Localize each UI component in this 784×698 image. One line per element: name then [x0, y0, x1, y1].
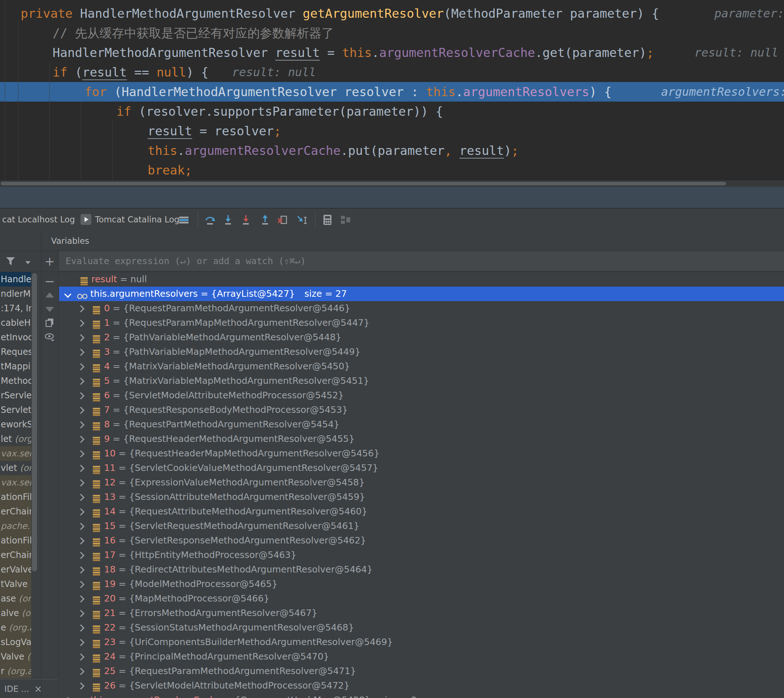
- frame-row[interactable]: tMappi: [0, 359, 31, 374]
- variable-row-list-item[interactable]: 9 = {RequestHeaderMethodArgumentResolver…: [59, 432, 784, 446]
- remove-watch-button[interactable]: −: [41, 274, 58, 289]
- frame-row[interactable]: ase (org: [0, 591, 31, 606]
- tab-variables[interactable]: Variables: [51, 231, 89, 251]
- variable-row-list-item[interactable]: 13 = {SessionAttributeMethodArgumentReso…: [59, 490, 784, 504]
- variable-row-list-item[interactable]: 17 = {HttpEntityMethodProcessor@5463}: [59, 548, 784, 562]
- variable-row-list-item[interactable]: 26 = {ServletModelAttributeMethodProcess…: [59, 678, 784, 693]
- variable-row-list-item[interactable]: 24 = {PrincipalMethodArgumentResolver@54…: [59, 649, 784, 664]
- frame-row[interactable]: eworkS: [0, 417, 31, 432]
- variable-row-list-item[interactable]: 2 = {PathVariableMethodArgumentResolver@…: [59, 330, 784, 345]
- frame-row[interactable]: Reques: [0, 345, 31, 359]
- chevron-right-icon[interactable]: [77, 334, 84, 342]
- menu-icon[interactable]: [178, 214, 190, 226]
- step-into-button[interactable]: [222, 214, 234, 226]
- chevron-right-icon[interactable]: [77, 305, 84, 312]
- editor-horizontal-scrollbar-thumb[interactable]: [1, 182, 726, 185]
- variable-row-list-item[interactable]: 0 = {RequestParamMethodArgumentResolver@…: [59, 301, 784, 316]
- variable-row-list-item[interactable]: 6 = {ServletModelAttributeMethodProcesso…: [59, 388, 784, 403]
- frame-row[interactable]: vax.ser: [0, 446, 31, 461]
- variable-row-list-item[interactable]: 5 = {MatrixVariableMapMethodArgumentReso…: [59, 374, 784, 388]
- chevron-right-icon[interactable]: [77, 363, 84, 370]
- frame-row[interactable]: let (org: [0, 432, 31, 446]
- frames-scrollbar-thumb[interactable]: [32, 273, 37, 571]
- chevron-right-icon[interactable]: [77, 320, 84, 327]
- variable-row-list-item[interactable]: 22 = {SessionStatusMethodArgumentResolve…: [59, 620, 784, 635]
- frame-row[interactable]: e (org.a: [0, 620, 31, 635]
- chevron-right-icon[interactable]: [77, 349, 84, 356]
- variable-row-result[interactable]: result = null: [59, 272, 784, 287]
- variable-row-list-item[interactable]: 14 = {RequestAttributeMethodArgumentReso…: [59, 504, 784, 519]
- variable-row-list-item[interactable]: 19 = {ModelMethodProcessor@5465}: [59, 577, 784, 591]
- add-watch-button[interactable]: +: [41, 254, 58, 269]
- frame-row[interactable]: Servlet: [0, 403, 31, 417]
- frame-row[interactable]: erValve: [0, 562, 31, 577]
- frame-row[interactable]: sLogVa: [0, 635, 31, 649]
- filter-funnel-icon[interactable]: [4, 255, 16, 267]
- evaluate-expression-input[interactable]: [59, 251, 784, 271]
- variable-row-argument-resolver-cache[interactable]: this.argumentResolverCache = {Concurrent…: [59, 693, 784, 698]
- variable-row-list-item[interactable]: 21 = {ErrorsMethodArgumentResolver@5467}: [59, 606, 784, 620]
- frame-row[interactable]: tValve (: [0, 577, 31, 591]
- variable-row-list-item[interactable]: 12 = {ExpressionValueMethodArgumentResol…: [59, 475, 784, 490]
- chevron-right-icon[interactable]: [77, 421, 84, 429]
- frame-row[interactable]: ationFil: [0, 490, 31, 504]
- show-watches-eye-icon[interactable]: [41, 330, 58, 344]
- chevron-right-icon[interactable]: [77, 450, 84, 457]
- chevron-right-icon[interactable]: [77, 682, 84, 690]
- variable-row-list-item[interactable]: 10 = {RequestHeaderMapMethodArgumentReso…: [59, 446, 784, 461]
- frame-row[interactable]: erChain: [0, 548, 31, 562]
- frame-row[interactable]: Method: [0, 374, 31, 388]
- chevron-right-icon[interactable]: [77, 479, 84, 487]
- variable-row-list-item[interactable]: 8 = {RequestPartMethodArgumentResolver@5…: [59, 417, 784, 432]
- chevron-right-icon[interactable]: [77, 378, 84, 385]
- frame-row[interactable]: rServle: [0, 388, 31, 403]
- chevron-right-icon[interactable]: [77, 392, 84, 399]
- frame-row[interactable]: :174, In: [0, 301, 31, 316]
- variable-row-list-item[interactable]: 15 = {ServletRequestMethodArgumentResolv…: [59, 519, 784, 533]
- chevron-right-icon[interactable]: [77, 436, 84, 443]
- chevron-right-icon[interactable]: [77, 668, 84, 675]
- chevron-down-icon[interactable]: [64, 290, 71, 298]
- frame-row[interactable]: vlet (or: [0, 461, 31, 475]
- move-watch-up-button[interactable]: [41, 288, 58, 302]
- drop-frame-button[interactable]: [276, 214, 289, 226]
- chevron-right-icon[interactable]: [77, 653, 84, 661]
- layout-settings-icon[interactable]: [339, 214, 352, 226]
- frame-row[interactable]: vax.ser: [0, 475, 31, 490]
- chevron-right-icon[interactable]: [77, 581, 84, 588]
- variable-row-list-item[interactable]: 1 = {RequestParamMapMethodArgumentResolv…: [59, 316, 784, 330]
- chevron-right-icon[interactable]: [77, 566, 84, 574]
- variable-row-list-item[interactable]: 4 = {MatrixVariableMethodArgumentResolve…: [59, 359, 784, 374]
- code-editor[interactable]: private HandlerMethodArgumentResolver ge…: [0, 0, 784, 180]
- run-to-cursor-button[interactable]: [296, 214, 308, 226]
- chevron-right-icon[interactable]: [77, 552, 84, 559]
- frame-row[interactable]: pache.t: [0, 519, 31, 533]
- frame-row[interactable]: ationFil: [0, 533, 31, 548]
- tab-tomcat-localhost-log[interactable]: cat Localhost Log: [2, 209, 75, 230]
- chevron-right-icon[interactable]: [77, 407, 84, 414]
- variable-row-list-item[interactable]: 11 = {ServletCookieValueMethodArgumentRe…: [59, 461, 784, 475]
- chevron-right-icon[interactable]: [77, 508, 84, 515]
- step-over-button[interactable]: [204, 214, 216, 226]
- chevron-right-icon[interactable]: [77, 494, 84, 501]
- variable-row-list-item[interactable]: 3 = {PathVariableMapMethodArgumentResolv…: [59, 345, 784, 359]
- filter-dropdown-chevron-icon[interactable]: [22, 256, 34, 269]
- variable-row-argument-resolvers[interactable]: this.argumentResolvers = {ArrayList@5427…: [59, 287, 784, 301]
- frame-row[interactable]: r (org.a: [0, 664, 31, 678]
- frame-row[interactable]: erChain: [0, 504, 31, 519]
- tab-tomcat-catalina-log[interactable]: Tomcat Catalina Log: [81, 209, 180, 230]
- move-watch-down-button[interactable]: [41, 302, 58, 317]
- copy-icon[interactable]: [41, 315, 58, 330]
- variable-row-list-item[interactable]: 25 = {RequestParamMethodArgumentResolver…: [59, 664, 784, 678]
- frame-row[interactable]: ndlerMe: [0, 287, 31, 301]
- evaluate-expression-button[interactable]: [321, 214, 334, 226]
- frame-row[interactable]: alve (or: [0, 606, 31, 620]
- ide-status-tab[interactable]: IDE ... ×: [0, 679, 58, 698]
- frame-row[interactable]: Handler: [0, 272, 31, 287]
- frame-row[interactable]: cableH: [0, 316, 31, 330]
- close-icon[interactable]: ×: [34, 683, 42, 695]
- variable-row-list-item[interactable]: 7 = {RequestResponseBodyMethodProcessor@…: [59, 403, 784, 417]
- step-out-button[interactable]: [259, 214, 271, 226]
- frame-row[interactable]: etInvoc: [0, 330, 31, 345]
- variable-row-list-item[interactable]: 23 = {UriComponentsBuilderMethodArgument…: [59, 635, 784, 649]
